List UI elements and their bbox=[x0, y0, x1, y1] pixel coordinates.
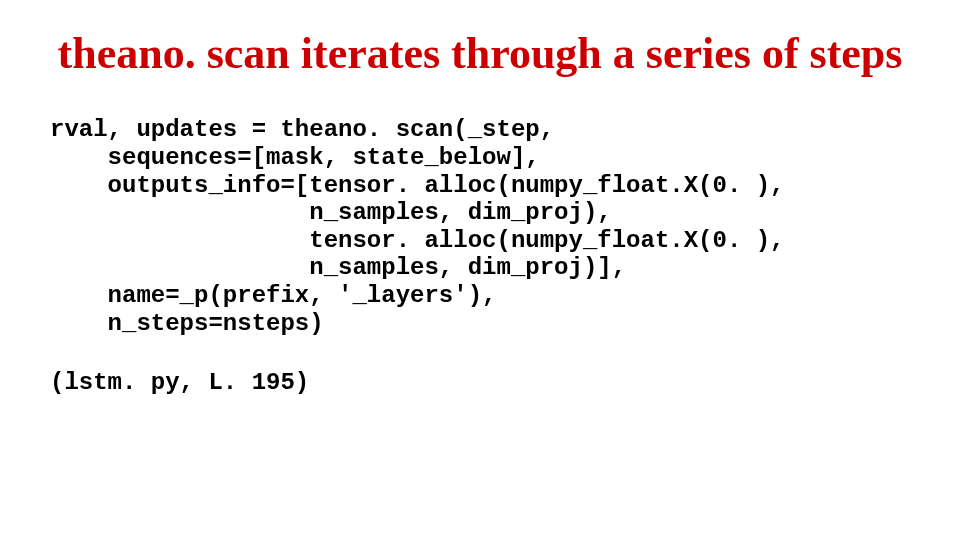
slide-title: theano. scan iterates through a series o… bbox=[50, 30, 910, 78]
slide-container: theano. scan iterates through a series o… bbox=[0, 0, 960, 540]
code-block: rval, updates = theano. scan(_step, sequ… bbox=[50, 116, 910, 337]
source-reference: (lstm. py, L. 195) bbox=[50, 369, 910, 396]
